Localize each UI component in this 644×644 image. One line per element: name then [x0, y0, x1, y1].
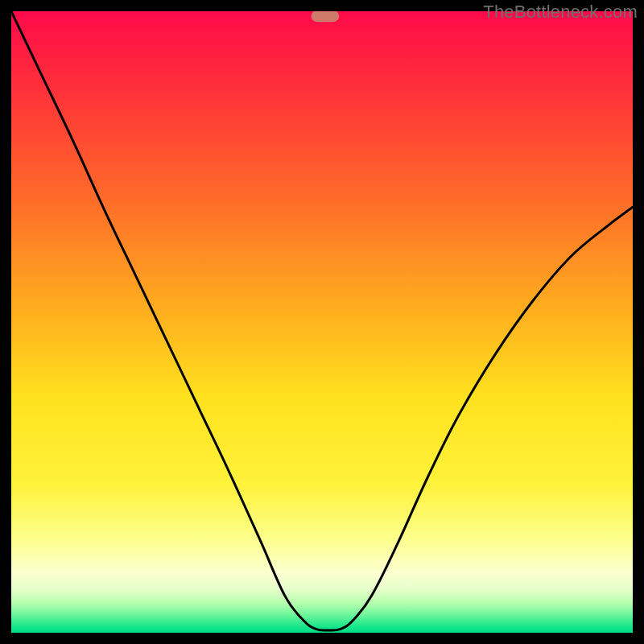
- watermark-label: TheBottleneck.com: [483, 2, 638, 23]
- optimum-marker: [311, 11, 339, 22]
- plot-area: [11, 11, 633, 633]
- gradient-background: [11, 11, 633, 633]
- chart-stage: TheBottleneck.com: [0, 0, 644, 644]
- chart-svg: [11, 11, 633, 633]
